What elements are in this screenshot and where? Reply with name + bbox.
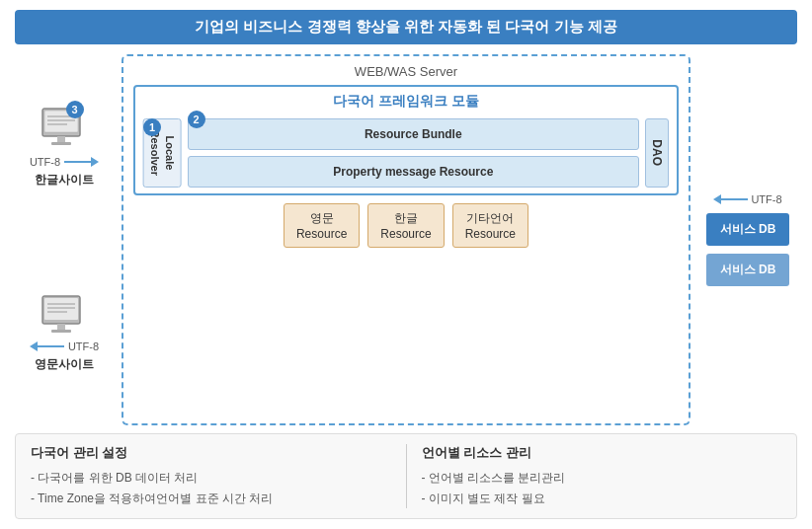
svg-rect-9 (44, 298, 78, 320)
info-left-title: 다국어 관리 설정 (31, 444, 391, 462)
info-section: 다국어 관리 설정 - 다국어를 위한 DB 데이터 처리 - Time Zon… (15, 433, 797, 519)
resource-bundle: Resource Bundle (188, 118, 639, 150)
title-bar: 기업의 비즈니스 경쟁력 향상을 위한 자동화 된 다국어 기능 제공 (15, 10, 797, 44)
english-computer-icon (38, 294, 92, 339)
right-side: UTF-8 서비스 DB 서비스 DB (698, 54, 797, 425)
framework-box: 다국어 프레임워크 모듈 1 Locale Resolver 2 Resou (133, 85, 679, 195)
info-left-item-1: - Time Zone을 적용하여언어별 표준 시간 처리 (31, 489, 391, 508)
resource-item-1: 한글 Resource (367, 203, 444, 248)
main-container: 기업의 비즈니스 경쟁력 향상을 위한 자동화 된 다국어 기능 제공 (0, 0, 812, 529)
dao-box: DAO (645, 118, 669, 188)
center-modules: 2 Resource Bundle Property message Resou… (188, 118, 639, 188)
info-right-title: 언어별 리소스 관리 (422, 444, 782, 462)
info-right-item-0: - 언어별 리소스를 분리관리 (422, 468, 782, 488)
resource-item-2: 기타언어 Resource (452, 203, 528, 248)
diagram-area: 3 UTF-8 한글사이트 (15, 54, 797, 425)
hangul-computer-icon (38, 107, 92, 151)
db-box-2: 서비스 DB (706, 254, 790, 286)
db-box-1: 서비스 DB (706, 213, 790, 246)
right-utf8-label: UTF-8 (751, 193, 781, 205)
info-divider (406, 444, 407, 508)
right-utf-arrow: UTF-8 (713, 193, 781, 205)
english-site: UTF-8 영문사이트 (15, 294, 114, 373)
info-box-left: 다국어 관리 설정 - 다국어를 위한 DB 데이터 처리 - Time Zon… (31, 444, 391, 508)
resource-item-0: 영문 Resource (284, 203, 360, 248)
english-utf8-label: UTF-8 (68, 340, 99, 352)
badge-2: 2 (188, 111, 205, 128)
svg-rect-13 (57, 324, 65, 330)
hangul-site-label: 한글사이트 (35, 172, 94, 189)
english-site-label: 영문사이트 (35, 356, 94, 373)
resource-boxes: 영문 Resource 한글 Resource 기타언어 Resource (133, 203, 679, 248)
module-row: 1 Locale Resolver 2 Resource Bundle (143, 118, 669, 188)
info-right-item-1: - 이미지 별도 제작 필요 (422, 489, 782, 508)
property-resource: Property message Resource (188, 156, 639, 188)
badge-3: 3 (66, 101, 84, 118)
svg-rect-6 (57, 136, 65, 142)
info-box-right: 언어별 리소스 관리 - 언어별 리소스를 분리관리 - 이미지 별도 제작 필… (422, 444, 782, 508)
server-title: WEB/WAS Server (133, 64, 679, 79)
framework-title: 다국어 프레임워크 모듈 (143, 93, 669, 111)
left-sites: 3 UTF-8 한글사이트 (15, 54, 114, 425)
hangul-site: 3 UTF-8 한글사이트 (15, 107, 114, 189)
main-title: 기업의 비즈니스 경쟁력 향상을 위한 자동화 된 다국어 기능 제공 (195, 18, 617, 35)
svg-rect-7 (51, 142, 71, 145)
svg-rect-14 (51, 330, 71, 333)
hangul-utf8-label: UTF-8 (30, 156, 60, 168)
badge-1: 1 (143, 118, 161, 136)
info-left-item-0: - 다국어를 위한 DB 데이터 처리 (31, 468, 391, 488)
server-box: WEB/WAS Server 다국어 프레임워크 모듈 1 Locale Res… (122, 54, 690, 425)
